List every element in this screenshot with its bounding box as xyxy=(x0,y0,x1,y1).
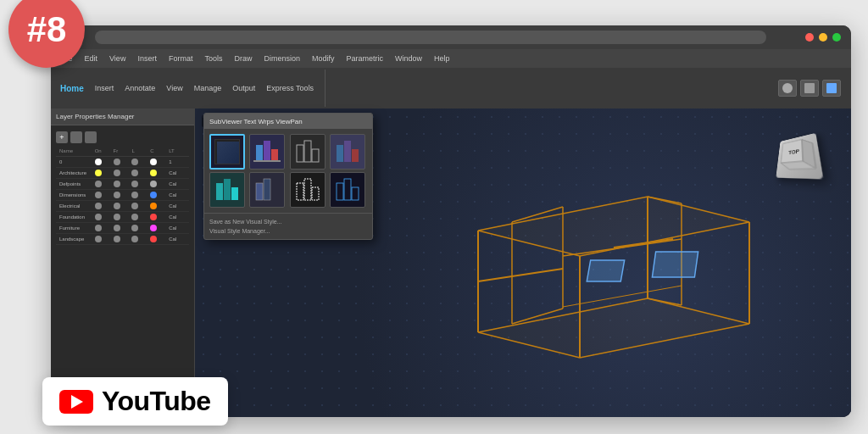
thumb-shaded-edges[interactable] xyxy=(249,172,285,208)
svg-rect-9 xyxy=(352,149,359,162)
svg-rect-5 xyxy=(304,141,311,162)
ribbon-section-home: Home Insert Annotate View Manage Output … xyxy=(56,70,326,107)
svg-rect-7 xyxy=(337,145,343,162)
layer-row-furn[interactable]: Furniture Cal xyxy=(56,223,189,234)
youtube-text: YouTube xyxy=(102,386,211,417)
menu-modify[interactable]: Modify xyxy=(308,53,339,64)
cad-area: File Edit View Insert Format Tools Draw … xyxy=(51,49,851,417)
menu-dimension[interactable]: Dimension xyxy=(259,53,304,64)
panel-tab-label: Layer Properties Manager xyxy=(56,113,135,120)
popup-style-manager[interactable]: Visual Style Manager... xyxy=(209,226,367,236)
col-on: On xyxy=(95,148,112,153)
menu-help[interactable]: Help xyxy=(430,53,454,64)
svg-rect-0 xyxy=(256,145,263,162)
layer-row-dim[interactable]: Dimensions Cal xyxy=(56,190,189,201)
svg-rect-14 xyxy=(264,179,270,200)
thumb-current[interactable] xyxy=(209,134,245,170)
panel-new-layer-btn[interactable]: + xyxy=(56,131,68,143)
popup-header: SubViewer Text Wrps ViewPan xyxy=(204,114,372,129)
thumb-realistic[interactable] xyxy=(330,134,365,170)
ribbon-tabs: Home Insert Annotate View Manage Output … xyxy=(51,68,851,108)
cad-left-panel: Layer Properties Manager + Name On Fr xyxy=(51,108,195,417)
svg-rect-11 xyxy=(224,179,231,200)
wireframe-building xyxy=(427,129,783,366)
panel-set-current-btn[interactable] xyxy=(85,131,97,143)
toolbar-settings[interactable] xyxy=(800,80,819,97)
menu-bar: File Edit View Insert Format Tools Draw … xyxy=(51,49,851,68)
svg-rect-43 xyxy=(652,252,698,277)
svg-rect-17 xyxy=(312,187,319,200)
tab-insert[interactable]: Insert xyxy=(91,83,119,93)
youtube-play-icon xyxy=(71,395,83,409)
svg-rect-12 xyxy=(231,187,238,200)
menu-window[interactable]: Window xyxy=(391,53,426,64)
menu-parametric[interactable]: Parametric xyxy=(342,53,388,64)
svg-rect-10 xyxy=(216,183,223,200)
browser-titlebar xyxy=(51,25,851,49)
badge-number-text: #8 xyxy=(27,9,67,50)
thumb-conceptual[interactable] xyxy=(249,134,285,170)
tab-view[interactable]: View xyxy=(162,83,186,93)
panel-delete-btn[interactable] xyxy=(70,131,82,143)
svg-rect-42 xyxy=(587,260,624,281)
menu-edit[interactable]: Edit xyxy=(81,53,103,64)
svg-rect-16 xyxy=(304,179,311,200)
browser-minimize-dot[interactable] xyxy=(819,33,827,42)
thumb-hidden[interactable] xyxy=(290,134,326,170)
tab-home[interactable]: Home xyxy=(56,83,88,94)
popup-save-style[interactable]: Save as New Visual Style... xyxy=(209,217,367,226)
menu-format[interactable]: Format xyxy=(164,53,198,64)
wireframe-svg xyxy=(427,129,783,366)
popup-thumbnail-grid xyxy=(204,129,372,213)
layer-0-icon xyxy=(95,159,102,165)
tab-annotate[interactable]: Annotate xyxy=(120,83,159,93)
tab-output[interactable]: Output xyxy=(228,83,259,93)
svg-rect-19 xyxy=(344,179,351,200)
browser-maximize-dot[interactable] xyxy=(832,33,841,42)
menu-draw[interactable]: Draw xyxy=(230,53,256,64)
svg-rect-4 xyxy=(297,145,303,162)
col-name: Name xyxy=(59,148,93,153)
layer-row-0[interactable]: 0 1 xyxy=(56,157,189,168)
panel-header: Name On Fr L C LT xyxy=(56,146,189,157)
browser-addressbar xyxy=(95,31,766,44)
toolbar-search[interactable] xyxy=(778,80,797,97)
cad-toolbar: File Edit View Insert Format Tools Draw … xyxy=(51,49,851,108)
col-ltype: LT xyxy=(169,148,186,153)
col-fr: Fr xyxy=(114,148,131,153)
svg-rect-6 xyxy=(312,149,319,162)
svg-rect-2 xyxy=(271,149,278,162)
thumb-wireframe[interactable] xyxy=(330,172,365,208)
thumb-shaded[interactable] xyxy=(209,172,245,208)
youtube-logo xyxy=(59,390,93,414)
browser-close-dot[interactable] xyxy=(805,33,814,42)
popup-title: SubViewer Text Wrps ViewPan xyxy=(209,118,303,125)
svg-rect-15 xyxy=(297,183,303,200)
svg-rect-13 xyxy=(256,183,263,200)
col-c: C xyxy=(150,148,167,153)
page-wrapper: #8 File Edit View Insert Format Tools xyxy=(0,0,868,434)
layer-row-found[interactable]: Foundation Cal xyxy=(56,212,189,223)
svg-rect-18 xyxy=(337,183,343,200)
svg-rect-20 xyxy=(352,187,359,200)
toolbar-help[interactable] xyxy=(822,80,841,97)
menu-tools[interactable]: Tools xyxy=(200,53,226,64)
svg-rect-8 xyxy=(344,141,351,162)
layer-row-land[interactable]: Landscape Cal xyxy=(56,234,189,245)
svg-line-40 xyxy=(478,269,563,281)
tab-express[interactable]: Express Tools xyxy=(262,83,318,93)
menu-insert[interactable]: Insert xyxy=(133,53,161,64)
menu-view[interactable]: View xyxy=(105,53,130,64)
layer-row-elec[interactable]: Electrical Cal xyxy=(56,201,189,212)
panel-section: + Name On Fr L C LT 0 xyxy=(51,125,194,248)
browser-window: File Edit View Insert Format Tools Draw … xyxy=(51,25,851,417)
svg-marker-25 xyxy=(478,298,749,358)
visual-styles-popup: SubViewer Text Wrps ViewPan xyxy=(203,113,373,240)
layer-row-def[interactable]: Defpoints Cal xyxy=(56,179,189,190)
svg-rect-1 xyxy=(264,141,270,162)
layer-row-arch[interactable]: Architecture Cal xyxy=(56,168,189,179)
panel-tab[interactable]: Layer Properties Manager xyxy=(51,108,194,125)
thumb-sketchy[interactable] xyxy=(290,172,326,208)
youtube-badge: YouTube xyxy=(42,377,228,426)
tab-manage[interactable]: Manage xyxy=(190,83,226,93)
